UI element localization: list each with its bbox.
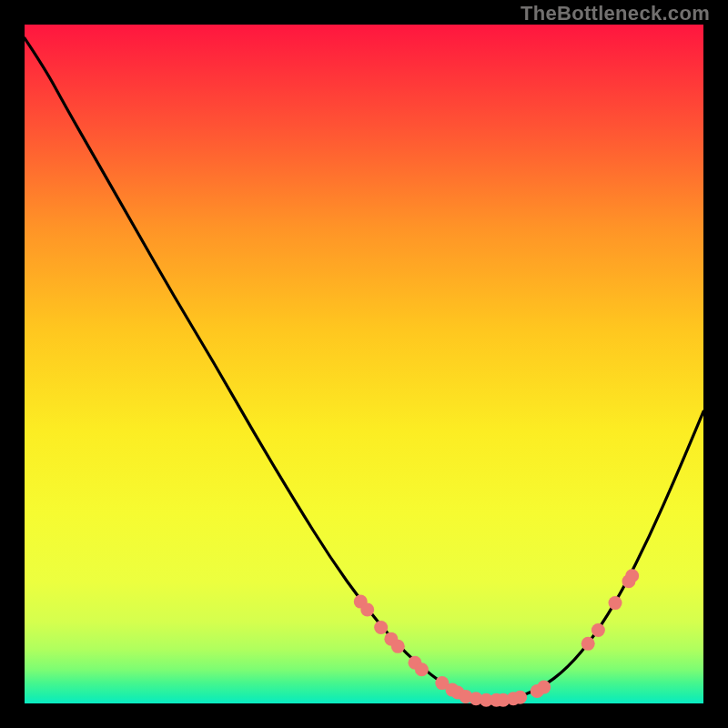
curve-marker bbox=[360, 603, 374, 617]
curve-marker bbox=[581, 637, 595, 651]
curve-marker bbox=[391, 640, 405, 653]
curve-marker bbox=[609, 596, 622, 610]
chart-container: TheBottleneck.com bbox=[0, 0, 728, 728]
curve-marker bbox=[625, 569, 639, 582]
plot-area bbox=[25, 25, 703, 703]
curve-marker bbox=[415, 662, 429, 676]
curve-markers bbox=[354, 569, 639, 707]
curve-marker bbox=[537, 681, 551, 694]
curve-marker bbox=[374, 621, 388, 634]
chart-svg bbox=[25, 25, 703, 703]
curve-marker bbox=[513, 691, 527, 704]
watermark-text: TheBottleneck.com bbox=[521, 2, 710, 25]
curve-marker bbox=[592, 623, 605, 637]
